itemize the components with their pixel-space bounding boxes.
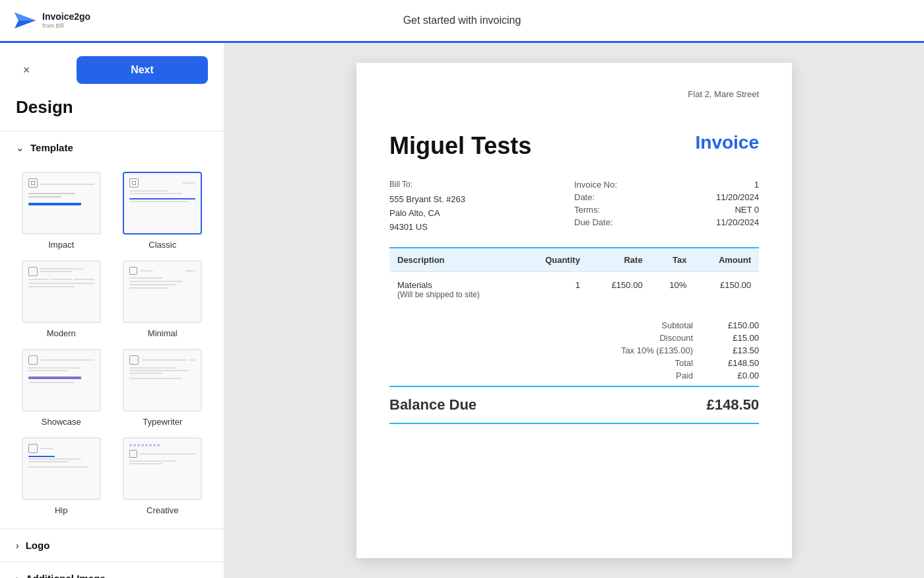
template-item-classic[interactable]: Classic [117,172,209,250]
balance-due-label: Balance Due [389,396,477,414]
template-grid: Impact [0,164,224,528]
col-rate: Rate [588,248,651,272]
template-item-creative[interactable]: Creative [117,437,209,515]
template-label-minimal: Minimal [148,328,178,338]
template-thumb-showcase [22,349,101,412]
address-line2: Palo Alto, CA [389,207,574,221]
terms-label: Terms: [574,205,600,215]
subtotal-label: Subtotal [574,320,693,330]
invoice-address: Flat 2, Mare Street [389,89,759,99]
template-thumb-classic [123,172,202,235]
logo-icon [13,9,37,32]
due-date-label: Due Date: [574,217,613,227]
template-label-modern: Modern [47,328,76,338]
bill-to-column: Bill To: 555 Bryant St. #263 Palo Alto, … [389,180,574,234]
col-description: Description [389,248,520,272]
subtotal-row: Subtotal £150.00 [389,320,759,330]
invoice-meta: Bill To: 555 Bryant St. #263 Palo Alto, … [389,180,759,234]
design-title: Design [0,97,224,131]
totals-section: Subtotal £150.00 Discount £15.00 Tax 10%… [389,320,759,424]
invoice-card: Flat 2, Mare Street Miguel Tests Invoice… [356,63,792,558]
table-row: Materials (Will be shipped to site) 1 £1… [389,272,759,308]
template-thumb-modern [22,260,101,323]
col-amount: Amount [694,248,759,272]
template-thumb-typewriter [123,349,202,412]
date-label: Date: [574,192,595,202]
template-label-showcase: Showcase [42,417,81,427]
date-val: 11/20/2024 [716,192,759,202]
template-label-classic: Classic [148,240,176,250]
invoice-no-row: Invoice No: 1 [574,180,759,190]
template-item-impact[interactable]: Impact [16,172,107,250]
terms-row: Terms: NET 0 [574,205,759,215]
template-label-typewriter: Typewriter [143,417,182,427]
logo-name: Invoice2go [42,12,90,22]
total-row: Total £148.50 [389,358,759,368]
total-label: Total [574,358,693,368]
discount-label: Discount [574,333,693,343]
additional-image-chevron-right-icon: › [16,573,19,579]
address-line1: 555 Bryant St. #263 [389,193,574,207]
template-thumb-creative [123,437,202,500]
col-quantity: Quantity [520,248,587,272]
terms-val: NET 0 [735,205,759,215]
date-row: Date: 11/20/2024 [574,192,759,202]
line-item-quantity: 1 [520,272,587,308]
tax-row: Tax 10% (£135.00) £13.50 [389,345,759,355]
discount-val: £15.00 [706,333,759,343]
bill-to-address: 555 Bryant St. #263 Palo Alto, CA 94301 … [389,193,574,234]
invoice-table: Description Quantity Rate Tax Amount Mat… [389,247,759,307]
template-thumb-impact [22,172,101,235]
subtotal-val: £150.00 [706,320,759,330]
due-date-val: 11/20/2024 [716,217,759,227]
template-label-hip: Hip [55,505,68,515]
next-button[interactable]: Next [77,56,208,84]
due-date-row: Due Date: 11/20/2024 [574,217,759,227]
sidebar: × Next Design ⌄ Template [0,43,224,578]
svg-marker-1 [15,13,36,20]
top-bar: Invoice2go from Bill Get started with in… [0,0,924,43]
logo-sub: from Bill [42,22,90,29]
tax-label: Tax 10% (£135.00) [574,345,693,355]
paid-label: Paid [574,371,693,380]
template-section-header[interactable]: ⌄ Template [0,131,224,164]
logo-section-header[interactable]: › Logo [0,528,224,561]
table-header-row: Description Quantity Rate Tax Amount [389,248,759,272]
invoice-details-column: Invoice No: 1 Date: 11/20/2024 Terms: NE… [574,180,759,234]
top-title: Get started with invoicing [403,15,521,26]
close-button[interactable]: × [16,59,37,81]
bill-to-label: Bill To: [389,180,574,189]
template-section-label: Template [30,142,73,153]
paid-row: Paid £0.00 [389,371,759,380]
template-item-typewriter[interactable]: Typewriter [117,349,209,427]
invoice-company-name: Miguel Tests [389,132,531,160]
main-layout: × Next Design ⌄ Template [0,43,924,578]
logo-chevron-right-icon: › [16,540,19,551]
col-tax: Tax [651,248,695,272]
logo-area: Invoice2go from Bill [13,9,90,32]
template-item-modern[interactable]: Modern [16,260,107,338]
line-item-rate: £150.00 [588,272,651,308]
template-item-minimal[interactable]: Minimal [117,260,209,338]
additional-image-section-header[interactable]: › Additional Image [0,561,224,578]
tax-val: £13.50 [706,345,759,355]
preview-area: Flat 2, Mare Street Miguel Tests Invoice… [224,43,924,578]
balance-due-val: £148.50 [706,396,759,414]
template-label-creative: Creative [147,505,178,515]
address-line3: 94301 US [389,221,574,235]
balance-due-bar: Balance Due £148.50 [389,386,759,424]
template-label-impact: Impact [48,240,74,250]
line-item-description: Materials (Will be shipped to site) [389,272,520,308]
invoice-word: Invoice [696,132,759,153]
template-item-showcase[interactable]: Showcase [16,349,107,427]
line-item-amount: £150.00 [694,272,759,308]
paid-val: £0.00 [706,371,759,380]
template-thumb-hip [22,437,101,500]
line-item-tax: 10% [651,272,695,308]
total-val: £148.50 [706,358,759,368]
sidebar-header: × Next [0,43,224,97]
template-item-hip[interactable]: Hip [16,437,107,515]
additional-image-section-label: Additional Image [26,573,106,578]
invoice-header: Miguel Tests Invoice [389,132,759,160]
discount-row: Discount £15.00 [389,333,759,343]
